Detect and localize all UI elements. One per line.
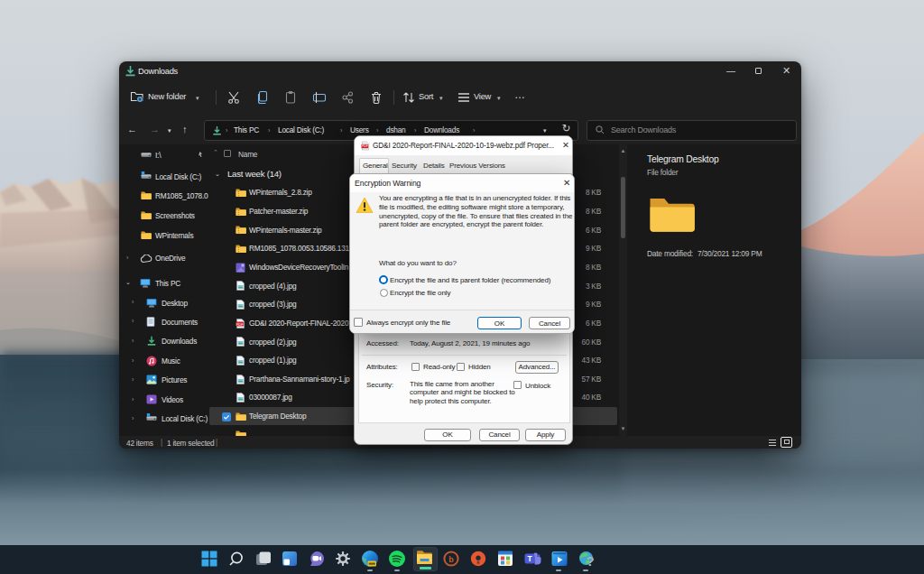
svg-text:T: T [527,554,532,563]
svg-text:?: ? [586,553,594,568]
svg-text:b: b [448,555,454,564]
